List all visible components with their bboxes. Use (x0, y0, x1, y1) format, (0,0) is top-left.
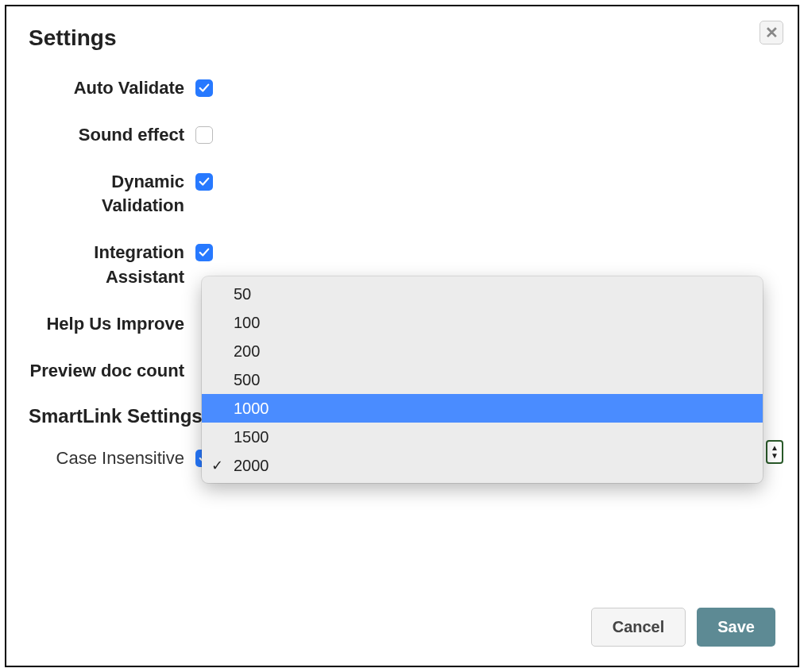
settings-dialog: ✕ Settings Auto Validate Sound effect Dy… (5, 5, 799, 667)
checkbox-dynamic-validation[interactable] (195, 173, 213, 191)
checkbox-sound-effect[interactable] (195, 126, 213, 144)
close-button[interactable]: ✕ (760, 21, 783, 44)
label-case-insensitive: Case Insensitive (29, 446, 195, 471)
checkbox-integration-assistant[interactable] (195, 244, 213, 261)
dropdown-option[interactable]: 100 (202, 308, 763, 337)
dropdown-option[interactable]: 50 (202, 280, 763, 308)
cancel-button[interactable]: Cancel (591, 608, 686, 647)
close-icon: ✕ (765, 25, 779, 41)
label-help-us-improve: Help Us Improve (29, 312, 195, 337)
dropdown-option-label: 1000 (234, 400, 269, 417)
dialog-footer: Cancel Save (591, 608, 775, 647)
save-button[interactable]: Save (697, 608, 775, 647)
label-integration-assistant: Integration Assistant (29, 241, 195, 290)
dropdown-option[interactable]: ✓2000 (202, 451, 763, 480)
checkmark-icon: ✓ (211, 455, 223, 477)
dropdown-option-label: 1500 (234, 428, 269, 446)
check-icon (199, 176, 210, 187)
check-icon (199, 247, 210, 258)
label-dynamic-validation: Dynamic Validation (29, 170, 195, 219)
dropdown-option-label: 100 (234, 314, 260, 331)
chevron-down-icon: ▼ (771, 452, 779, 460)
dropdown-option[interactable]: 1000 (202, 394, 763, 423)
dialog-title: Settings (29, 25, 775, 51)
check-icon (199, 83, 210, 94)
dropdown-option-label: 2000 (234, 457, 269, 474)
label-sound-effect: Sound effect (29, 123, 195, 148)
field-dynamic-validation: Dynamic Validation (29, 170, 775, 219)
preview-doc-count-dropdown: 5010020050010001500✓2000 (202, 276, 763, 483)
dropdown-option-label: 50 (234, 285, 251, 303)
select-stepper-icon[interactable]: ▲ ▼ (766, 440, 783, 464)
dropdown-option[interactable]: 200 (202, 337, 763, 365)
label-auto-validate: Auto Validate (29, 76, 195, 101)
checkbox-auto-validate[interactable] (195, 79, 213, 97)
dropdown-option[interactable]: 1500 (202, 423, 763, 451)
field-auto-validate: Auto Validate (29, 76, 775, 101)
dropdown-option[interactable]: 500 (202, 365, 763, 394)
label-preview-doc-count: Preview doc count (29, 359, 195, 384)
dropdown-option-label: 500 (234, 371, 260, 388)
field-sound-effect: Sound effect (29, 123, 775, 148)
dropdown-option-label: 200 (234, 342, 260, 360)
